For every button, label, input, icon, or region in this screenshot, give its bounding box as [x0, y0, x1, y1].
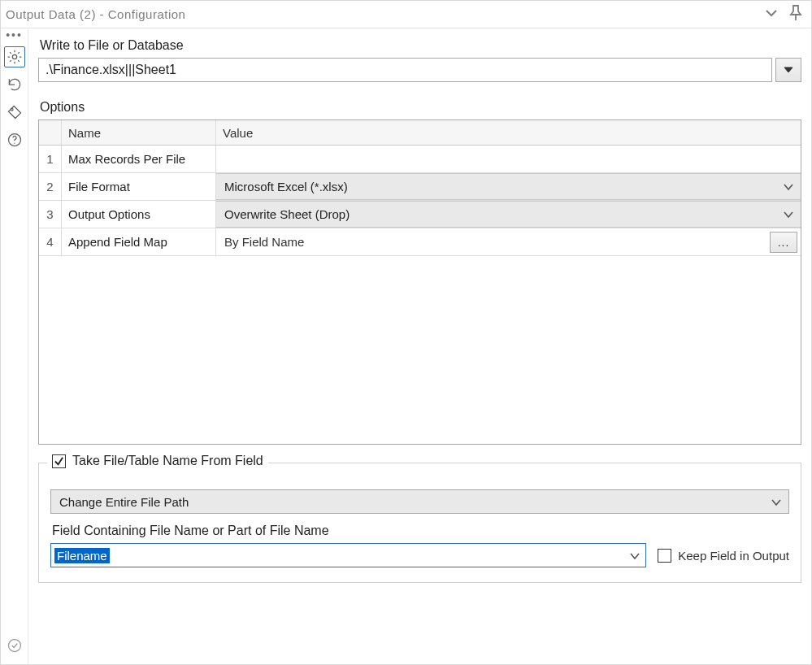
filename-mode-value: Change Entire File Path: [59, 495, 189, 509]
append-field-map-value: By Field Name: [216, 235, 770, 249]
svg-marker-5: [784, 67, 792, 72]
options-header-row: Name Value: [39, 120, 801, 146]
options-label: Options: [40, 100, 801, 115]
file-format-cell[interactable]: Microsoft Excel (*.xlsx): [216, 173, 801, 200]
filename-field-row: Filename Keep Field in Output: [50, 543, 789, 567]
options-row: 1 Max Records Per File: [39, 146, 801, 173]
left-sidebar: •••: [1, 28, 28, 664]
take-from-field-legend[interactable]: Take File/Table Name From Field: [47, 454, 268, 468]
filename-field-value: Filename: [54, 548, 110, 563]
filename-field-label: Field Containing File Name or Part of Fi…: [52, 524, 789, 538]
options-row: 2 File Format Microsoft Excel (*.xlsx): [39, 173, 801, 201]
window-title: Output Data (2) - Configuration: [6, 7, 185, 21]
file-path-input[interactable]: [38, 58, 772, 82]
row-name: Output Options: [62, 201, 216, 228]
output-options-value: Overwrite Sheet (Drop): [224, 207, 350, 221]
help-icon[interactable]: [4, 129, 25, 150]
row-name: Append Field Map: [62, 228, 216, 255]
filepath-row: [38, 58, 801, 82]
row-index: 4: [39, 228, 62, 255]
configuration-window: Output Data (2) - Configuration •••: [0, 0, 812, 665]
row-index: 2: [39, 173, 62, 200]
output-options-dropdown[interactable]: Overwrite Sheet (Drop): [216, 201, 801, 228]
keep-field-row[interactable]: Keep Field in Output: [658, 549, 789, 563]
configuration-tab-icon[interactable]: [4, 46, 25, 67]
options-header-name: Name: [62, 120, 216, 145]
take-from-field-checkbox[interactable]: [52, 454, 66, 468]
file-path-dropdown-button[interactable]: [775, 58, 801, 82]
filename-field-select[interactable]: Filename: [50, 543, 646, 567]
options-table: Name Value 1 Max Records Per File 2 File…: [38, 120, 801, 445]
filename-mode-dropdown[interactable]: Change Entire File Path: [50, 489, 789, 514]
tag-icon[interactable]: [4, 102, 25, 123]
validate-icon[interactable]: [4, 635, 25, 656]
svg-point-0: [12, 54, 16, 59]
max-records-cell[interactable]: [216, 146, 801, 172]
svg-point-1: [11, 108, 13, 111]
titlebar-actions: [764, 4, 803, 24]
svg-point-3: [14, 143, 15, 144]
row-index: 1: [39, 146, 62, 172]
take-from-field-label: Take File/Table Name From Field: [72, 454, 263, 468]
body: ••• Write to File or Database: [1, 28, 811, 664]
keep-field-checkbox[interactable]: [658, 549, 671, 563]
chevron-down-icon: [771, 495, 782, 509]
chevron-down-icon: [629, 549, 640, 563]
options-row: 3 Output Options Overwrite Sheet (Drop): [39, 201, 801, 228]
options-header-value: Value: [216, 120, 801, 145]
main-panel: Write to File or Database Options Name V…: [28, 28, 811, 664]
refresh-icon[interactable]: [4, 74, 25, 95]
keep-field-label: Keep Field in Output: [678, 549, 789, 563]
append-field-map-browse-button[interactable]: ...: [770, 232, 797, 253]
titlebar: Output Data (2) - Configuration: [1, 1, 811, 28]
output-options-cell[interactable]: Overwrite Sheet (Drop): [216, 201, 801, 228]
options-header-index: [39, 120, 62, 145]
file-format-dropdown[interactable]: Microsoft Excel (*.xlsx): [216, 173, 801, 200]
collapse-icon[interactable]: [764, 6, 779, 23]
file-format-value: Microsoft Excel (*.xlsx): [224, 180, 348, 193]
options-row: 4 Append Field Map By Field Name ...: [39, 228, 801, 256]
svg-point-4: [8, 640, 20, 652]
chevron-down-icon: [783, 207, 794, 221]
more-icon[interactable]: •••: [6, 33, 23, 40]
pin-icon[interactable]: [788, 4, 803, 24]
take-from-field-group: Take File/Table Name From Field Change E…: [38, 463, 801, 583]
chevron-down-icon: [783, 180, 794, 193]
append-field-map-cell[interactable]: By Field Name ...: [216, 228, 801, 255]
row-name: Max Records Per File: [62, 146, 216, 172]
row-name: File Format: [62, 173, 216, 200]
row-index: 3: [39, 201, 62, 228]
write-to-label: Write to File or Database: [40, 38, 801, 53]
